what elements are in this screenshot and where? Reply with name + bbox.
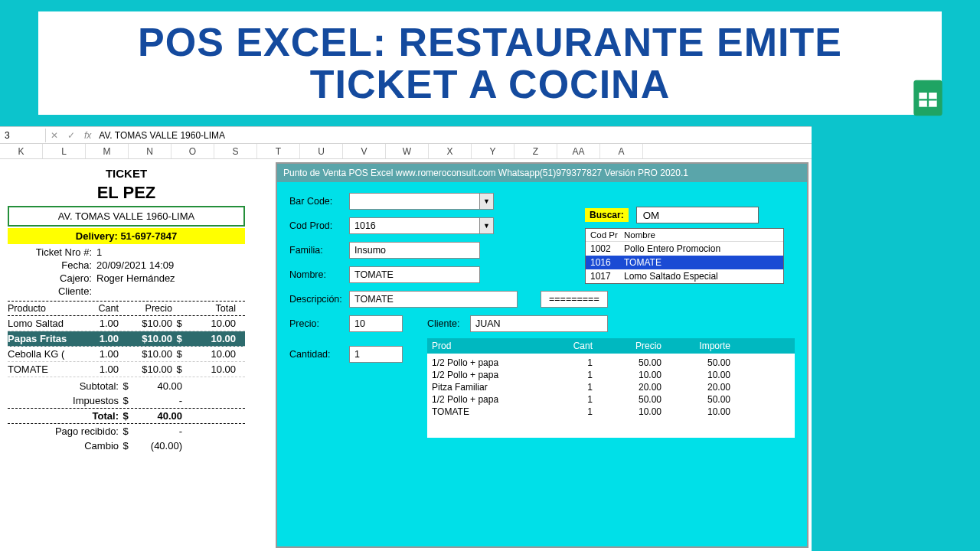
- ticket-line[interactable]: Lomo Saltad1.00$10.00$10.00: [8, 316, 245, 331]
- column-header[interactable]: Z: [514, 144, 557, 158]
- codprod-input[interactable]: [349, 217, 480, 234]
- cart-row[interactable]: 1/2 Pollo + papa150.0050.00: [432, 357, 790, 369]
- fx-icon[interactable]: fx: [80, 130, 96, 141]
- column-header[interactable]: V: [343, 144, 386, 158]
- column-header[interactable]: X: [429, 144, 472, 158]
- column-header[interactable]: N: [129, 144, 172, 158]
- ticket-items-header: Producto Cant Precio Total: [8, 301, 245, 316]
- column-header[interactable]: O: [172, 144, 214, 158]
- cell-reference[interactable]: 3: [0, 129, 46, 142]
- familia-input[interactable]: [349, 242, 480, 259]
- pos-form-window: Punto de Venta POS Excel www.romeroconsu…: [276, 162, 808, 548]
- formula-bar: 3 ✕ ✓ fx AV. TOMAS VALLE 1960-LIMA: [0, 127, 812, 144]
- column-headers: KLMNOSTUVWXYZAAA: [0, 144, 812, 159]
- ticket-line[interactable]: TOMATE1.00$10.00$10.00: [8, 362, 245, 377]
- ticket-line[interactable]: Papas Fritas1.00$10.00$10.00: [8, 331, 245, 347]
- banner-title: POS EXCEL: RESTAURANTE EMITE TICKET A CO…: [61, 21, 919, 105]
- column-header[interactable]: K: [0, 144, 43, 158]
- fx-check-icon[interactable]: ✓: [63, 130, 80, 141]
- ticket-meta: Ticket Nro #:1 Fecha:20/09/2021 14:09 Ca…: [8, 246, 245, 298]
- cart-row[interactable]: 1/2 Pollo + papa150.0050.00: [432, 393, 790, 406]
- ticket-brand: EL PEZ: [8, 183, 245, 203]
- ticket-totals: Subtotal:$40.00 Impuestos$- Total:$40.00…: [8, 379, 245, 453]
- chevron-down-icon[interactable]: ▼: [480, 193, 494, 210]
- precio-input[interactable]: [349, 315, 403, 332]
- column-header[interactable]: AA: [557, 144, 600, 158]
- excel-window: 3 ✕ ✓ fx AV. TOMAS VALLE 1960-LIMA KLMNO…: [0, 126, 812, 551]
- ticket-address[interactable]: AV. TOMAS VALLE 1960-LIMA: [8, 206, 245, 227]
- title-banner: POS EXCEL: RESTAURANTE EMITE TICKET A CO…: [38, 11, 942, 115]
- ticket-panel: TICKET EL PEZ AV. TOMAS VALLE 1960-LIMA …: [0, 159, 253, 551]
- cart-row[interactable]: TOMATE110.0010.00: [432, 406, 790, 418]
- fx-cancel-icon[interactable]: ✕: [46, 130, 63, 141]
- cart-grid: ProdCantPrecioImporte 1/2 Pollo + papa15…: [427, 338, 795, 438]
- ticket-line[interactable]: Cebolla KG (1.00$10.00$10.00: [8, 347, 245, 362]
- column-header[interactable]: W: [386, 144, 429, 158]
- column-header[interactable]: Y: [472, 144, 514, 158]
- eq-box: =========: [541, 291, 608, 308]
- column-header[interactable]: T: [257, 144, 300, 158]
- sheets-icon: [906, 77, 949, 119]
- cart-row[interactable]: Pitza Familiar120.0020.00: [432, 381, 790, 393]
- column-header[interactable]: L: [43, 144, 86, 158]
- ticket-delivery: Delivery: 51-697-7847: [8, 228, 245, 244]
- nombre-input[interactable]: [349, 266, 480, 283]
- cliente-input[interactable]: [470, 315, 608, 332]
- cart-row[interactable]: 1/2 Pollo + papa110.0010.00: [432, 369, 790, 381]
- pos-form-title: Punto de Venta POS Excel www.romeroconsu…: [277, 164, 807, 182]
- column-header[interactable]: S: [214, 144, 257, 158]
- column-header[interactable]: A: [600, 144, 643, 158]
- cantidad-input[interactable]: [349, 346, 403, 363]
- ticket-title: TICKET: [8, 167, 245, 180]
- formula-value[interactable]: AV. TOMAS VALLE 1960-LIMA: [96, 130, 228, 141]
- barcode-input[interactable]: [349, 193, 480, 210]
- column-header[interactable]: M: [86, 144, 129, 158]
- descripcion-input[interactable]: [349, 291, 518, 308]
- column-header[interactable]: U: [300, 144, 343, 158]
- chevron-down-icon[interactable]: ▼: [480, 217, 494, 234]
